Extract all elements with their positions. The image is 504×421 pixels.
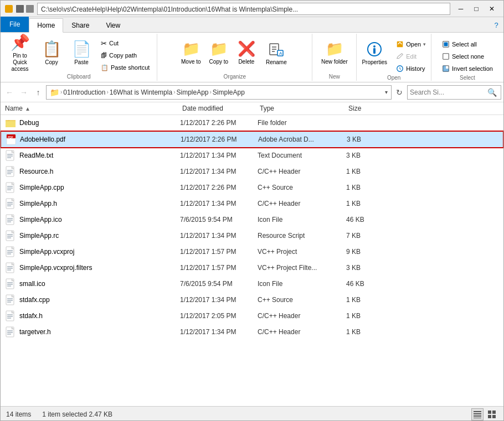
back-button[interactable]: ←	[3, 86, 16, 99]
pin-quickaccess-button[interactable]: 📌 Pin to Quick access	[4, 36, 36, 69]
file-list: Debug 1/12/2017 2:26 PM File folder PDF …	[1, 115, 503, 340]
table-row[interactable]: stdafx.h 1/12/2017 2:05 PM C/C++ Header …	[1, 308, 503, 324]
pin-icon: 📌	[11, 33, 30, 51]
file-name: targetver.h	[19, 328, 180, 336]
table-row[interactable]: SimpleApp.ico 7/6/2015 9:54 PM Icon File…	[1, 212, 503, 228]
minimize-button[interactable]: ─	[454, 3, 468, 14]
table-row[interactable]: targetver.h 1/12/2017 1:34 PM C/C++ Head…	[1, 324, 503, 340]
search-icon: 🔍	[487, 88, 497, 97]
copy-label: Copy	[45, 59, 58, 65]
breadcrumb-simpleapp2[interactable]: SimpleApp	[213, 89, 245, 96]
table-row[interactable]: SimpleApp.h 1/12/2017 1:34 PM C/C++ Head…	[1, 196, 503, 212]
svg-text:A: A	[279, 51, 282, 56]
refresh-button[interactable]: ↻	[393, 86, 406, 99]
copy-to-button[interactable]: 📁 Copy to	[205, 36, 232, 69]
svg-rect-17	[6, 121, 16, 127]
select-all-icon	[442, 40, 450, 48]
select-content: Select all Select none Invert selection	[438, 36, 497, 75]
table-row[interactable]: SimpleApp.rc 1/12/2017 1:34 PM Resource …	[1, 228, 503, 244]
file-icon	[5, 278, 16, 289]
table-row[interactable]: SimpleApp.cpp 1/12/2017 2:26 PM C++ Sour…	[1, 180, 503, 196]
file-icon	[5, 310, 16, 321]
select-none-label: Select none	[452, 53, 484, 60]
details-view-button[interactable]	[471, 408, 484, 420]
properties-button[interactable]: Properties	[358, 36, 391, 69]
selected-info: 1 item selected 2.47 KB	[42, 410, 112, 418]
new-folder-button[interactable]: 📁 New folder	[319, 36, 350, 69]
table-row[interactable]: small.ico 7/6/2015 9:54 PM Icon File 46 …	[1, 276, 503, 292]
file-date: 1/12/2017 1:34 PM	[180, 152, 258, 159]
close-button[interactable]: ✕	[485, 3, 499, 14]
file-type: C/C++ Header	[258, 328, 346, 336]
rename-button[interactable]: A Rename	[261, 36, 292, 69]
table-row[interactable]: SimpleApp.vcxproj 1/12/2017 1:57 PM VC++…	[1, 244, 503, 260]
svg-rect-71	[474, 415, 481, 417]
paste-shortcut-button[interactable]: 📋 Paste shortcut	[97, 61, 153, 74]
column-size[interactable]: Size	[348, 105, 393, 112]
delete-button[interactable]: ❌ Delete	[233, 36, 260, 69]
copy-button[interactable]: 📋 Copy	[37, 36, 66, 69]
search-input[interactable]	[410, 89, 487, 96]
table-row[interactable]: Resource.h 1/12/2017 1:34 PM C/C++ Heade…	[1, 164, 503, 180]
file-type: C++ Source	[258, 296, 346, 304]
delete-label: Delete	[238, 59, 254, 65]
history-button[interactable]: History	[392, 63, 430, 75]
column-date[interactable]: Date modified	[182, 105, 260, 112]
breadcrumb-simpleapp[interactable]: SimpleApp	[176, 89, 208, 96]
paste-shortcut-label: Paste shortcut	[111, 64, 150, 71]
open-button[interactable]: Open ▾	[392, 38, 430, 50]
file-type: C/C++ Header	[258, 312, 346, 320]
invert-selection-button[interactable]: Invert selection	[438, 63, 497, 75]
table-row[interactable]: PDF AdobeHello.pdf 1/12/2017 2:26 PM Ado…	[1, 131, 503, 148]
table-row[interactable]: stdafx.cpp 1/12/2017 1:34 PM C++ Source …	[1, 292, 503, 308]
file-type: Icon File	[258, 216, 346, 224]
maximize-button[interactable]: □	[469, 3, 484, 14]
title-controls: ─ □ ✕	[454, 3, 499, 14]
tab-file[interactable]: File	[1, 17, 29, 32]
file-name: SimpleApp.h	[19, 200, 180, 207]
file-date: 1/12/2017 1:34 PM	[180, 296, 258, 304]
help-icon[interactable]: ?	[489, 18, 503, 32]
paste-button[interactable]: 📄 Paste	[67, 36, 96, 69]
title-save-icon	[16, 5, 24, 13]
file-date: 7/6/2015 9:54 PM	[180, 216, 258, 224]
file-list-container: Name ▲ Date modified Type Size Debug 1/1…	[1, 102, 503, 406]
column-name[interactable]: Name ▲	[5, 105, 182, 112]
tab-home[interactable]: Home	[29, 18, 63, 33]
file-size: 1 KB	[346, 200, 390, 207]
file-date: 1/12/2017 1:34 PM	[180, 200, 258, 207]
copy-path-button[interactable]: 🗐 Copy path	[97, 49, 153, 61]
up-button[interactable]: ↑	[32, 86, 45, 99]
file-icon	[5, 214, 16, 225]
breadcrumb-dropdown-arrow[interactable]: ▾	[385, 89, 388, 95]
title-menu-icon	[26, 5, 34, 13]
select-none-button[interactable]: Select none	[438, 50, 497, 63]
file-icon	[5, 198, 16, 209]
table-row[interactable]: SimpleApp.vcxproj.filters 1/12/2017 1:57…	[1, 260, 503, 276]
select-all-label: Select all	[452, 41, 477, 48]
tab-view[interactable]: View	[97, 18, 128, 32]
file-name: AdobeHello.pdf	[20, 136, 181, 143]
file-type: C/C++ Header	[258, 200, 346, 207]
properties-icon	[366, 40, 383, 58]
breadcrumb-intro[interactable]: 01Introduction	[63, 89, 105, 96]
forward-button[interactable]: →	[17, 86, 30, 99]
file-type: Resource Script	[258, 232, 346, 240]
file-size: 1 KB	[346, 296, 390, 304]
select-all-button[interactable]: Select all	[438, 38, 497, 50]
move-to-button[interactable]: 📁 Move to	[178, 36, 204, 69]
breadcrumb-winwhat[interactable]: 16What is Wintempla	[110, 89, 172, 96]
history-icon	[396, 65, 404, 72]
cut-button[interactable]: ✂ Cut	[97, 37, 153, 49]
tab-share[interactable]: Share	[63, 18, 97, 32]
table-row[interactable]: ReadMe.txt 1/12/2017 1:34 PM Text Docume…	[1, 148, 503, 164]
svg-rect-12	[444, 43, 448, 46]
large-icon-view-button[interactable]	[486, 408, 498, 420]
rename-label: Rename	[266, 59, 287, 65]
column-type[interactable]: Type	[260, 105, 348, 112]
move-to-icon: 📁	[182, 40, 200, 58]
breadcrumb-sep1: ›	[106, 89, 108, 95]
edit-button[interactable]: Edit	[392, 50, 430, 63]
clipboard-content: 📌 Pin to Quick access 📋 Copy 📄 Paste ✂ C…	[4, 36, 153, 74]
table-row[interactable]: Debug 1/12/2017 2:26 PM File folder	[1, 115, 503, 131]
